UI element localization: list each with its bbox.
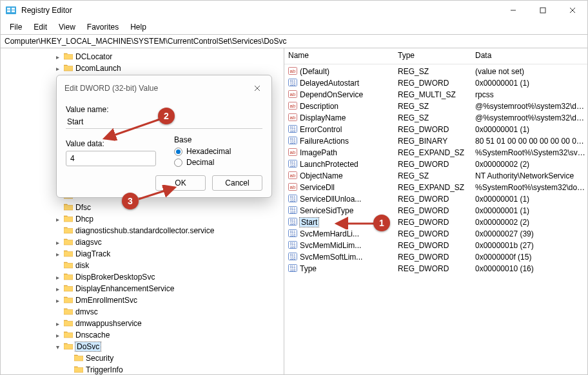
tree-item[interactable]: ▸DmEnrollmentSvc	[1, 294, 284, 306]
value-name: FailureActions	[300, 137, 349, 146]
tree-item[interactable]: ▸Dhcp	[1, 213, 284, 225]
value-row[interactable]: 011110DelayedAutostartREG_DWORD0x0000000…	[288, 77, 587, 89]
menu-edit[interactable]: Edit	[28, 21, 52, 33]
value-row[interactable]: 011110ServiceDllUnloa...REG_DWORD0x00000…	[288, 193, 587, 205]
tree-item-label: diagsvc	[75, 238, 102, 247]
value-row[interactable]: abImagePathREG_EXPAND_SZ%SystemRoot%\Sys…	[288, 147, 587, 159]
value-row[interactable]: 011110ErrorControlREG_DWORD0x00000001 (1…	[288, 124, 587, 135]
tree-item[interactable]: ▸diagsvc	[1, 236, 284, 248]
tree-item[interactable]: ▸Dnscache	[1, 329, 284, 341]
col-data[interactable]: Data	[475, 51, 583, 60]
callout-1: 1	[373, 215, 390, 231]
chevron-right-icon[interactable]: ▸	[52, 239, 63, 246]
chevron-right-icon[interactable]: ▸	[52, 297, 63, 304]
value-type: REG_DWORD	[398, 229, 475, 238]
value-row[interactable]: abDependOnServiceREG_MULTI_SZrpcss	[288, 89, 587, 101]
value-row[interactable]: 011110SvcMemMidLim...REG_DWORD0x0000001b…	[288, 240, 587, 251]
tree-item[interactable]: ▸DisplayEnhancementService	[1, 283, 284, 294]
chevron-right-icon[interactable]: ▸	[52, 332, 63, 339]
value-row[interactable]: 011110FailureActionsREG_BINARY80 51 01 0…	[288, 135, 587, 147]
tree-item[interactable]: ▾DoSvc	[1, 341, 284, 352]
chevron-right-icon[interactable]: ▸	[52, 274, 63, 281]
tree-item[interactable]: ▸DCLocator	[1, 51, 284, 63]
menu-favorites[interactable]: Favorites	[82, 21, 124, 33]
chevron-right-icon[interactable]: ▸	[52, 65, 63, 72]
maximize-button[interactable]	[528, 1, 558, 20]
chevron-down-icon[interactable]: ▾	[52, 343, 63, 351]
tree-item-label: diagnosticshub.standardcollector.service	[75, 226, 214, 235]
value-row[interactable]: 011110SvcMemSoftLim...REG_DWORD0x0000000…	[288, 251, 587, 263]
value-row[interactable]: 011110LaunchProtectedREG_DWORD0x00000002…	[288, 159, 587, 170]
value-row[interactable]: 011110TypeREG_DWORD0x00000010 (16)	[288, 263, 587, 274]
menu-help[interactable]: Help	[125, 21, 152, 33]
value-name: DependOnService	[300, 90, 363, 99]
chevron-right-icon[interactable]: ▸	[52, 216, 63, 223]
folder-icon	[63, 284, 75, 294]
tree-item-label: DoSvc	[75, 342, 101, 351]
chevron-right-icon[interactable]: ▸	[52, 251, 63, 258]
minimize-button[interactable]	[498, 1, 528, 20]
value-row[interactable]: abServiceDllREG_EXPAND_SZ%SystemRoot%\sy…	[288, 182, 587, 193]
svg-text:ab: ab	[290, 91, 296, 97]
value-name: ErrorControl	[300, 125, 342, 134]
value-data: 0x00000001 (1)	[475, 195, 587, 204]
value-name: Start	[300, 218, 318, 227]
tree-item[interactable]: ·dmvsc	[1, 306, 284, 318]
tree-item-label: DmEnrollmentSvc	[75, 296, 137, 305]
value-row[interactable]: abDescriptionREG_SZ@%systemroot%\system3…	[288, 101, 587, 112]
folder-icon	[63, 226, 75, 236]
radio-hexadecimal[interactable]: Hexadecimal	[174, 147, 262, 156]
folder-icon	[63, 273, 75, 282]
value-type: REG_DWORD	[398, 160, 475, 169]
close-button[interactable]	[558, 1, 587, 20]
folder-icon	[73, 365, 86, 375]
folder-icon	[63, 64, 75, 73]
value-list[interactable]: Name Type Data ab(Default)REG_SZ(value n…	[284, 48, 587, 374]
tree-item[interactable]: ▸DiagTrack	[1, 248, 284, 260]
value-row[interactable]: abDisplayNameREG_SZ@%systemroot%\system3…	[288, 112, 587, 124]
value-type: REG_SZ	[398, 171, 475, 180]
dialog-close-button[interactable]	[250, 81, 265, 96]
value-row[interactable]: 011110ServiceSidTypeREG_DWORD0x00000001 …	[288, 205, 587, 216]
value-data-input[interactable]	[66, 151, 156, 166]
value-type: REG_EXPAND_SZ	[398, 183, 475, 192]
radio-decimal[interactable]: Decimal	[174, 158, 262, 167]
value-type: REG_DWORD	[398, 195, 475, 204]
value-name: ServiceDll	[300, 183, 335, 192]
value-name: DelayedAutostart	[300, 79, 359, 88]
tree-item[interactable]: ▸DcomLaunch	[1, 63, 284, 74]
value-row[interactable]: abObjectNameREG_SZNT Authority\NetworkSe…	[288, 170, 587, 182]
address-bar[interactable]: Computer\HKEY_LOCAL_MACHINE\SYSTEM\Curre…	[1, 34, 587, 48]
menu-file[interactable]: File	[5, 21, 27, 33]
tree-item[interactable]: ·TriggerInfo	[1, 364, 284, 374]
tree-item-label: DCLocator	[75, 52, 112, 61]
chevron-right-icon[interactable]: ▸	[52, 53, 63, 61]
tree-item[interactable]: ·diagnosticshub.standardcollector.servic…	[1, 225, 284, 236]
tree-item-label: TriggerInfo	[86, 365, 123, 374]
chevron-right-icon[interactable]: ▸	[52, 285, 63, 293]
cancel-button[interactable]: Cancel	[212, 175, 262, 191]
value-name: (Default)	[300, 67, 329, 76]
value-type: REG_DWORD	[398, 218, 475, 227]
dialog-title: Edit DWORD (32-bit) Value	[64, 84, 158, 93]
col-type[interactable]: Type	[398, 51, 475, 60]
folder-icon	[63, 238, 75, 247]
list-header[interactable]: Name Type Data	[284, 48, 587, 64]
folder-icon	[63, 296, 75, 305]
tree-item[interactable]: ·disk	[1, 260, 284, 271]
value-row[interactable]: ab(Default)REG_SZ(value not set)	[288, 66, 587, 77]
titlebar: Registry Editor	[1, 1, 587, 20]
callout-3: 3	[122, 193, 139, 209]
chevron-right-icon[interactable]: ▸	[52, 320, 63, 327]
col-name[interactable]: Name	[288, 51, 398, 60]
value-type: REG_SZ	[398, 113, 475, 122]
radio-dot-icon	[174, 159, 182, 167]
tree-item[interactable]: ▸DispBrokerDesktopSvc	[1, 271, 284, 283]
svg-text:110: 110	[290, 233, 296, 237]
tree-item[interactable]: ·Dfsc	[1, 202, 284, 213]
svg-line-59	[139, 188, 175, 199]
svg-text:110: 110	[290, 245, 296, 249]
tree-item[interactable]: ·Security	[1, 352, 284, 364]
menu-view[interactable]: View	[54, 21, 81, 33]
tree-item[interactable]: ▸dmwappushservice	[1, 318, 284, 329]
